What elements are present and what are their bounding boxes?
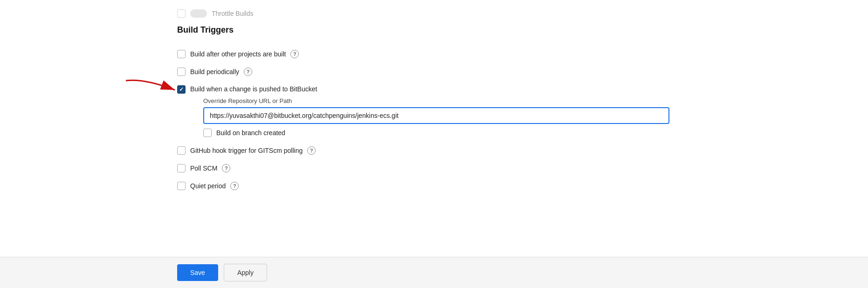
section-title: Build Triggers: [177, 25, 868, 35]
build-periodically-label: Build periodically: [190, 68, 239, 75]
trigger-item-poll-scm: Poll SCM ?: [177, 159, 868, 177]
trigger-list: Build after other projects are built ? B…: [177, 45, 868, 195]
bitbucket-sub-section: Override Repository URL or Path Build on…: [203, 97, 669, 137]
quiet-period-help-icon[interactable]: ?: [230, 182, 239, 190]
poll-scm-help-icon[interactable]: ?: [222, 164, 230, 172]
github-hook-checkbox[interactable]: [177, 146, 186, 155]
build-periodically-help-icon[interactable]: ?: [244, 68, 252, 76]
poll-scm-checkbox[interactable]: [177, 164, 186, 172]
trigger-item-bitbucket: Build when a change is pushed to BitBuck…: [177, 81, 868, 142]
footer-bar: Save Apply: [0, 257, 868, 288]
branch-created-checkbox[interactable]: [203, 129, 212, 137]
override-url-label: Override Repository URL or Path: [203, 97, 669, 104]
github-hook-label: GitHub hook trigger for GITScm polling: [190, 147, 303, 154]
throttle-builds-checkbox[interactable]: [177, 9, 186, 18]
throttle-builds-toggle[interactable]: [190, 9, 207, 18]
build-after-help-icon[interactable]: ?: [290, 50, 299, 58]
trigger-item-build-after: Build after other projects are built ?: [177, 45, 868, 63]
build-after-checkbox[interactable]: [177, 50, 186, 58]
annotation-arrow: [121, 76, 182, 104]
build-periodically-checkbox[interactable]: [177, 68, 186, 76]
apply-button[interactable]: Apply: [224, 264, 267, 281]
override-url-input[interactable]: [203, 107, 669, 124]
quiet-period-label: Quiet period: [190, 182, 226, 190]
build-after-label: Build after other projects are built: [190, 50, 286, 58]
branch-created-row: Build on branch created: [203, 129, 669, 137]
build-bitbucket-label: Build when a change is pushed to BitBuck…: [190, 85, 317, 93]
branch-created-label: Build on branch created: [216, 129, 285, 137]
trigger-item-build-periodically: Build periodically ?: [177, 63, 868, 81]
build-bitbucket-checkbox[interactable]: [177, 85, 186, 94]
github-hook-help-icon[interactable]: ?: [307, 146, 316, 155]
quiet-period-checkbox[interactable]: [177, 182, 186, 190]
build-bitbucket-inner: Build when a change is pushed to BitBuck…: [190, 85, 669, 137]
trigger-item-quiet-period: Quiet period ?: [177, 177, 868, 195]
save-button[interactable]: Save: [177, 264, 218, 281]
throttle-builds-label: Throttle Builds: [212, 10, 253, 17]
trigger-item-github-hook: GitHub hook trigger for GITScm polling ?: [177, 142, 868, 159]
poll-scm-label: Poll SCM: [190, 165, 217, 172]
